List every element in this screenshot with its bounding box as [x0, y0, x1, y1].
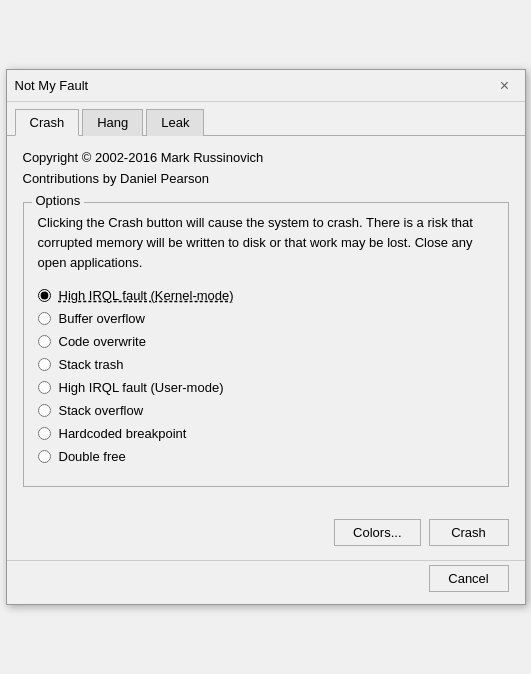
- radio-label-5[interactable]: High IRQL fault (User-mode): [59, 380, 224, 395]
- radio-input-7[interactable]: [38, 427, 51, 440]
- tab-bar: Crash Hang Leak: [7, 102, 525, 136]
- close-button[interactable]: ×: [493, 74, 517, 98]
- radio-label-7[interactable]: Hardcoded breakpoint: [59, 426, 187, 441]
- warning-text: Clicking the Crash button will cause the…: [38, 213, 494, 273]
- crash-button[interactable]: Crash: [429, 519, 509, 546]
- radio-option-8[interactable]: Double free: [38, 449, 494, 464]
- radio-option-4[interactable]: Stack trash: [38, 357, 494, 372]
- radio-input-8[interactable]: [38, 450, 51, 463]
- radio-label-8[interactable]: Double free: [59, 449, 126, 464]
- tab-crash[interactable]: Crash: [15, 109, 80, 136]
- radio-input-4[interactable]: [38, 358, 51, 371]
- radio-label-6[interactable]: Stack overflow: [59, 403, 144, 418]
- radio-label-2[interactable]: Buffer overflow: [59, 311, 145, 326]
- window-title: Not My Fault: [15, 78, 89, 93]
- copyright-line1: Copyright © 2002-2016 Mark Russinovich: [23, 148, 509, 169]
- radio-option-6[interactable]: Stack overflow: [38, 403, 494, 418]
- tab-hang[interactable]: Hang: [82, 109, 143, 136]
- title-bar: Not My Fault ×: [7, 70, 525, 102]
- radio-option-5[interactable]: High IRQL fault (User-mode): [38, 380, 494, 395]
- radio-input-6[interactable]: [38, 404, 51, 417]
- radio-option-2[interactable]: Buffer overflow: [38, 311, 494, 326]
- radio-input-2[interactable]: [38, 312, 51, 325]
- options-group: Options Clicking the Crash button will c…: [23, 202, 509, 486]
- radio-input-1[interactable]: [38, 289, 51, 302]
- copyright-info: Copyright © 2002-2016 Mark Russinovich C…: [23, 148, 509, 190]
- colors-button[interactable]: Colors...: [334, 519, 420, 546]
- radio-option-1[interactable]: High IRQL fault (Kernel-mode): [38, 288, 494, 303]
- main-window: Not My Fault × Crash Hang Leak Copyright…: [6, 69, 526, 604]
- radio-label-4[interactable]: Stack trash: [59, 357, 124, 372]
- radio-label-3[interactable]: Code overwrite: [59, 334, 146, 349]
- group-legend: Options: [32, 193, 85, 208]
- radio-input-3[interactable]: [38, 335, 51, 348]
- radio-option-7[interactable]: Hardcoded breakpoint: [38, 426, 494, 441]
- cancel-row: Cancel: [7, 560, 525, 604]
- radio-label-1[interactable]: High IRQL fault (Kernel-mode): [59, 288, 234, 303]
- copyright-line2: Contributions by Daniel Pearson: [23, 169, 509, 190]
- radio-option-3[interactable]: Code overwrite: [38, 334, 494, 349]
- action-buttons: Colors... Crash: [7, 515, 525, 556]
- cancel-button[interactable]: Cancel: [429, 565, 509, 592]
- tab-content: Copyright © 2002-2016 Mark Russinovich C…: [7, 136, 525, 514]
- radio-input-5[interactable]: [38, 381, 51, 394]
- tab-leak[interactable]: Leak: [146, 109, 204, 136]
